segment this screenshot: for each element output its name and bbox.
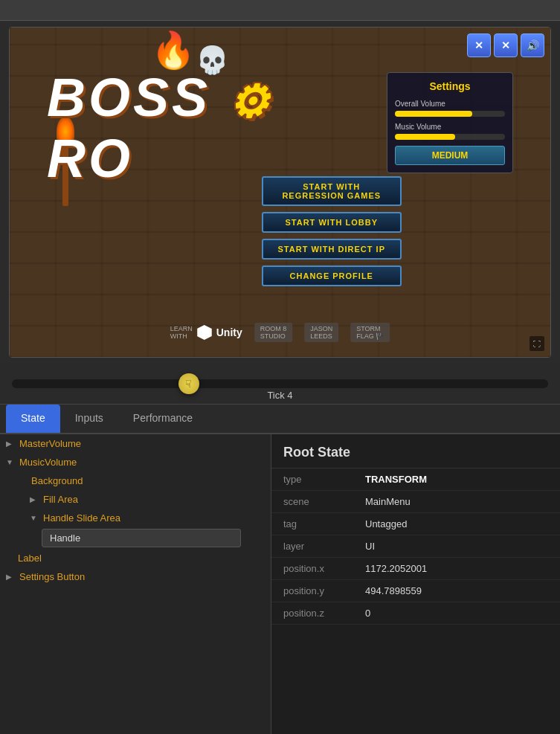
overall-volume-slider[interactable] xyxy=(395,111,505,117)
prop-row-pos-z: position.z 0 xyxy=(271,602,560,625)
tree-item-music-volume[interactable]: ▼ MusicVolume xyxy=(0,453,271,471)
menu-buttons-container: START WITHREGRESSION GAMES START WITH LO… xyxy=(262,176,402,286)
tick-label: Tick 4 xyxy=(267,390,292,401)
audio-icon: 🔊 xyxy=(527,39,539,51)
tab-performance[interactable]: Performance xyxy=(118,405,207,433)
tree-label-settings-button: Settings Button xyxy=(19,571,85,582)
quality-button[interactable]: MEDIUM xyxy=(395,146,505,165)
tree-label-fill-area: Fill Area xyxy=(43,494,78,505)
game-title: BOSS ⚙ RO xyxy=(47,67,359,189)
close-icon-2: ✕ xyxy=(501,39,510,51)
expand-icon: ⛶ xyxy=(533,340,541,348)
tree-label-handle-slide: Handle Slide Area xyxy=(43,512,120,524)
prop-val-pos-z: 0 xyxy=(365,608,370,619)
game-logo: 🔥 💀 BOSS ⚙ RO xyxy=(47,72,359,184)
music-volume-slider[interactable] xyxy=(395,134,505,140)
unity-text: Unity xyxy=(216,326,242,338)
game-preview: ✕ ✕ 🔊 Settings Overall Volume Music Volu… xyxy=(9,27,551,358)
arrow-master-volume: ▶ xyxy=(6,440,15,448)
prop-row-tag: tag Untagged xyxy=(271,513,560,535)
room8-logo: ROOM 8STUDIO xyxy=(254,323,293,342)
top-right-buttons: ✕ ✕ 🔊 xyxy=(467,33,544,57)
prop-key-tag: tag xyxy=(283,518,365,529)
tree-item-handle[interactable]: Handle xyxy=(42,529,241,547)
skull-icon: 💀 xyxy=(196,45,229,76)
timeline-area: Tick 4 xyxy=(0,364,560,405)
tree-item-master-volume[interactable]: ▶ MasterVolume xyxy=(0,434,271,453)
top-bar xyxy=(0,0,560,21)
music-volume-fill xyxy=(395,134,455,140)
prop-key-pos-x: position.x xyxy=(283,563,365,574)
tree-label-handle: Handle xyxy=(50,532,80,544)
music-volume-label: Music Volume xyxy=(395,123,505,131)
timeline-thumb[interactable] xyxy=(178,373,199,394)
fire-icon: 🔥 xyxy=(151,30,196,71)
bottom-logos: LEARNWITH Unity ROOM 8STUDIO JASONLEEDS … xyxy=(170,323,390,342)
tabs-section: State Inputs Performance xyxy=(0,405,560,434)
jason-logo: JASONLEEDS xyxy=(304,323,338,342)
tab-inputs[interactable]: Inputs xyxy=(60,405,118,433)
prop-key-pos-y: position.y xyxy=(283,585,365,596)
prop-val-layer: UI xyxy=(365,541,375,552)
tree-item-label[interactable]: Label xyxy=(0,549,271,567)
prop-val-type: TRANSFORM xyxy=(365,474,427,485)
prop-row-scene: scene MainMenu xyxy=(271,491,560,513)
change-profile-button[interactable]: CHANGE PROFILE xyxy=(262,265,402,286)
unity-cube-icon xyxy=(197,325,212,340)
close-button-2[interactable]: ✕ xyxy=(494,33,518,57)
tree-label-master-volume: MasterVolume xyxy=(19,438,81,449)
settings-title: Settings xyxy=(395,80,505,92)
prop-key-scene: scene xyxy=(283,496,365,507)
tree-item-handle-slide-area[interactable]: ▼ Handle Slide Area xyxy=(0,509,271,527)
tree-label-label: Label xyxy=(18,553,42,564)
overall-volume-label: Overall Volume xyxy=(395,100,505,108)
tree-item-background[interactable]: Background xyxy=(0,471,271,490)
tree-item-fill-area[interactable]: ▶ Fill Area xyxy=(0,490,271,509)
start-direct-ip-button[interactable]: START WITH DIRECT IP xyxy=(262,239,402,260)
audio-button[interactable]: 🔊 xyxy=(521,33,544,57)
left-panel: ▶ MasterVolume ▼ MusicVolume Background … xyxy=(0,434,271,734)
tree-label-background: Background xyxy=(31,475,83,486)
prop-row-layer: layer UI xyxy=(271,535,560,558)
root-state-title: Root State xyxy=(271,434,560,469)
start-lobby-button[interactable]: START WITH LOBBY xyxy=(262,212,402,233)
overall-volume-fill xyxy=(395,111,472,117)
prop-row-pos-y: position.y 494.7898559 xyxy=(271,580,560,602)
prop-row-pos-x: position.x 1172.2052001 xyxy=(271,558,560,580)
prop-row-type: type TRANSFORM xyxy=(271,469,560,491)
settings-panel: Settings Overall Volume Music Volume MED… xyxy=(387,72,513,173)
close-icon: ✕ xyxy=(474,39,483,51)
arrow-settings-button: ▶ xyxy=(6,573,15,581)
prop-val-scene: MainMenu xyxy=(365,496,411,507)
stormflag-logo: STORMFLAG 🏴 xyxy=(350,323,390,342)
timeline-track[interactable] xyxy=(12,379,548,388)
right-panel: Root State type TRANSFORM scene MainMenu… xyxy=(271,434,560,734)
unity-logo: LEARNWITH Unity xyxy=(170,325,242,340)
tree-item-settings-button[interactable]: ▶ Settings Button xyxy=(0,567,271,586)
close-button-1[interactable]: ✕ xyxy=(467,33,491,57)
content-area: ▶ MasterVolume ▼ MusicVolume Background … xyxy=(0,434,560,734)
prop-val-tag: Untagged xyxy=(365,518,407,529)
prop-key-pos-z: position.z xyxy=(283,608,365,619)
prop-val-pos-y: 494.7898559 xyxy=(365,585,422,596)
game-bg: ✕ ✕ 🔊 Settings Overall Volume Music Volu… xyxy=(10,28,550,357)
arrow-music-volume: ▼ xyxy=(6,458,15,466)
tabs-row: State Inputs Performance xyxy=(0,405,560,434)
tree-label-music-volume: MusicVolume xyxy=(19,457,77,468)
start-regression-button[interactable]: START WITHREGRESSION GAMES xyxy=(262,176,402,206)
prop-val-pos-x: 1172.2052001 xyxy=(365,563,427,574)
arrow-fill-area: ▶ xyxy=(30,495,39,503)
tab-state[interactable]: State xyxy=(6,405,60,433)
expand-button[interactable]: ⛶ xyxy=(530,336,544,351)
arrow-handle-slide: ▼ xyxy=(30,514,39,522)
prop-key-layer: layer xyxy=(283,541,365,552)
prop-key-type: type xyxy=(283,474,365,485)
